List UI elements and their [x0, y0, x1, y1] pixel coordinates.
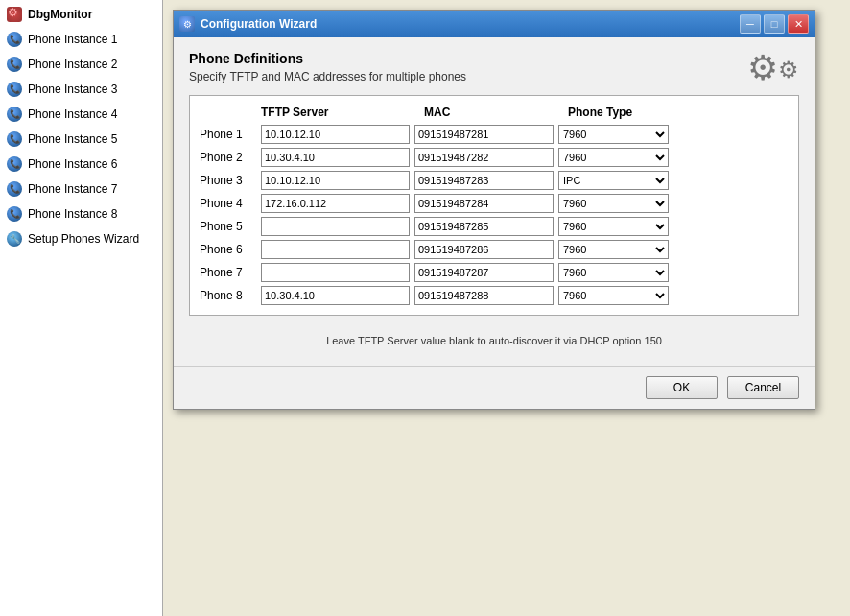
mac-input-6[interactable]: [414, 240, 554, 259]
tftp-input-2[interactable]: [261, 148, 410, 167]
tftp-input-1[interactable]: [261, 125, 410, 144]
mac-input-8[interactable]: [414, 286, 554, 305]
sidebar-item-dbgmonitor[interactable]: DbgMonitor: [0, 2, 162, 27]
phone-table: TFTP Server MAC Phone Type Phone 17960IP…: [189, 95, 799, 316]
phone-label-7: Phone 7: [200, 266, 261, 279]
type-select-4[interactable]: 7960IPC79407970: [558, 194, 669, 213]
col-header-type: Phone Type: [558, 106, 673, 119]
phone-label-4: Phone 4: [200, 197, 261, 210]
phone-row-8: Phone 87960IPC79407970: [200, 286, 789, 305]
phone-rows: Phone 17960IPC79407970Phone 27960IPC7940…: [200, 125, 789, 305]
section-title: Phone Definitions: [189, 51, 738, 66]
phone-row-2: Phone 27960IPC79407970: [200, 148, 789, 167]
maximize-button[interactable]: □: [764, 14, 785, 34]
dialog-content: Phone Definitions Specify TFTP and MAC a…: [174, 37, 815, 366]
phone-row-6: Phone 67960IPC79407970: [200, 240, 789, 259]
phone-row-5: Phone 57960IPC79407970: [200, 217, 789, 236]
type-select-1[interactable]: 7960IPC79407970: [558, 125, 669, 144]
phone-icon-6: 📞: [6, 155, 23, 173]
phone-icon-3: 📞: [6, 81, 23, 98]
mac-input-3[interactable]: [414, 171, 554, 190]
col-header-mac: MAC: [414, 106, 558, 119]
phone-label-6: Phone 6: [200, 243, 261, 256]
hint-text: Leave TFTP Server value blank to auto-di…: [189, 329, 799, 352]
sidebar-item-phone-4[interactable]: 📞 Phone Instance 4: [0, 102, 162, 127]
phone-label-8: Phone 8: [200, 289, 261, 302]
tftp-input-3[interactable]: [261, 171, 410, 190]
col-header-tftp: TFTP Server: [261, 106, 414, 119]
section-subtitle: Specify TFTP and MAC addresses for multi…: [189, 70, 738, 83]
sidebar-label-7: Phone Instance 7: [28, 182, 117, 196]
phone-definitions-header: Phone Definitions Specify TFTP and MAC a…: [189, 51, 799, 85]
type-select-7[interactable]: 7960IPC79407970: [558, 263, 669, 282]
sidebar-item-phone-8[interactable]: 📞 Phone Instance 8: [0, 201, 162, 226]
sidebar-label-2: Phone Instance 2: [28, 58, 117, 71]
sidebar-item-phone-3[interactable]: 📞 Phone Instance 3: [0, 77, 162, 102]
header-text: Phone Definitions Specify TFTP and MAC a…: [189, 51, 738, 83]
sidebar-item-phone-5[interactable]: 📞 Phone Instance 5: [0, 127, 162, 152]
phone-row-3: Phone 37960IPC79407970: [200, 171, 789, 190]
mac-input-2[interactable]: [414, 148, 554, 167]
configuration-dialog: ⚙ Configuration Wizard ─ □ ✕ Phone Defin…: [173, 10, 815, 410]
type-select-3[interactable]: 7960IPC79407970: [558, 171, 669, 190]
tftp-input-4[interactable]: [261, 194, 410, 213]
sidebar-label-6: Phone Instance 6: [28, 157, 117, 171]
sidebar-label-5: Phone Instance 5: [28, 132, 117, 146]
type-select-5[interactable]: 7960IPC79407970: [558, 217, 669, 236]
sidebar-item-phone-7[interactable]: 📞 Phone Instance 7: [0, 177, 162, 201]
type-select-8[interactable]: 7960IPC79407970: [558, 286, 669, 305]
cancel-button[interactable]: Cancel: [727, 376, 799, 399]
mac-input-1[interactable]: [414, 125, 554, 144]
sidebar-item-phone-1[interactable]: 📞 Phone Instance 1: [0, 27, 162, 52]
sidebar-label-4: Phone Instance 4: [28, 107, 117, 121]
phone-icon-1: 📞: [6, 31, 23, 48]
phone-label-2: Phone 2: [200, 151, 261, 164]
phone-row-1: Phone 17960IPC79407970: [200, 125, 789, 144]
dialog-icon: ⚙: [179, 16, 195, 32]
wizard-icon: 🔧: [6, 230, 23, 248]
phone-icon-5: 📞: [6, 130, 23, 148]
tftp-input-7[interactable]: [261, 263, 410, 282]
main-area: ⚙ Configuration Wizard ─ □ ✕ Phone Defin…: [163, 0, 850, 616]
sidebar-item-setup-wizard[interactable]: 🔧 Setup Phones Wizard: [0, 226, 162, 251]
phone-icon-7: 📞: [6, 180, 23, 198]
sidebar-item-phone-2[interactable]: 📞 Phone Instance 2: [0, 52, 162, 77]
dialog-footer: OK Cancel: [174, 366, 815, 409]
phone-row-4: Phone 47960IPC79407970: [200, 194, 789, 213]
phone-icon-4: 📞: [6, 106, 23, 123]
phone-icon-2: 📞: [6, 56, 23, 73]
phone-label-1: Phone 1: [200, 128, 261, 141]
table-header: TFTP Server MAC Phone Type: [200, 106, 789, 119]
sidebar-wizard-label: Setup Phones Wizard: [28, 232, 139, 246]
mac-input-4[interactable]: [414, 194, 554, 213]
phone-row-7: Phone 77960IPC79407970: [200, 263, 789, 282]
minimize-button[interactable]: ─: [740, 14, 761, 34]
mac-input-7[interactable]: [414, 263, 554, 282]
tftp-input-8[interactable]: [261, 286, 410, 305]
type-select-6[interactable]: 7960IPC79407970: [558, 240, 669, 259]
phone-icon-8: 📞: [6, 205, 23, 223]
sidebar-label-8: Phone Instance 8: [28, 207, 117, 221]
phone-label-5: Phone 5: [200, 220, 261, 233]
phone-label-3: Phone 3: [200, 174, 261, 187]
mac-input-5[interactable]: [414, 217, 554, 236]
title-bar: ⚙ Configuration Wizard ─ □ ✕: [174, 11, 815, 37]
sidebar-item-phone-6[interactable]: 📞 Phone Instance 6: [0, 152, 162, 177]
dialog-title: Configuration Wizard: [201, 17, 737, 31]
close-button[interactable]: ✕: [788, 14, 809, 34]
dbg-icon: [6, 6, 23, 23]
sidebar-label-1: Phone Instance 1: [28, 33, 117, 46]
tftp-input-5[interactable]: [261, 217, 410, 236]
type-select-2[interactable]: 7960IPC79407970: [558, 148, 669, 167]
sidebar: DbgMonitor 📞 Phone Instance 1 📞 Phone In…: [0, 0, 163, 616]
gear-decoration-icon: ⚙⚙: [747, 51, 799, 85]
sidebar-label-3: Phone Instance 3: [28, 83, 117, 96]
sidebar-app-title: DbgMonitor: [28, 8, 92, 21]
tftp-input-6[interactable]: [261, 240, 410, 259]
ok-button[interactable]: OK: [646, 376, 718, 399]
